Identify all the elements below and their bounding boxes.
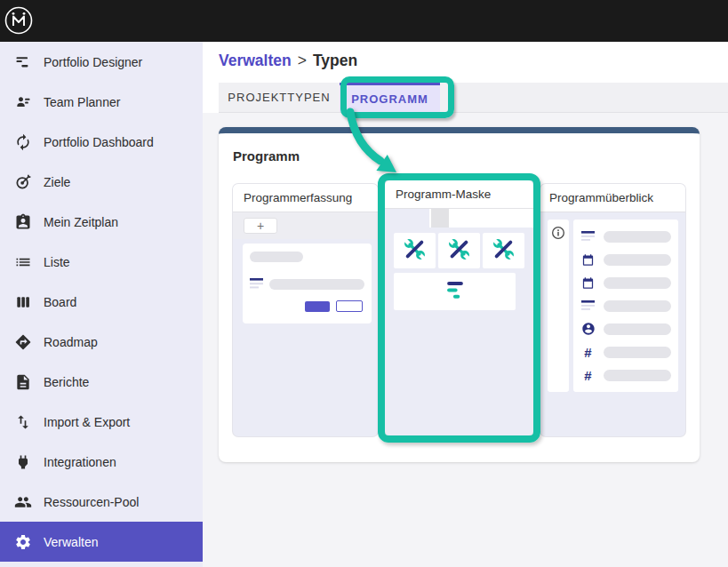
breadcrumb-current: Typen (313, 52, 357, 69)
breadcrumb: Verwalten>Typen (219, 52, 357, 70)
hash-icon: # (580, 368, 596, 383)
mock-secondary-button (336, 300, 363, 312)
type-tabs: PROJEKTTYPEN PROGRAMM (219, 83, 728, 113)
card-programmueberblick[interactable]: Programmüberblick (540, 184, 685, 436)
placeholder-pill (604, 347, 671, 358)
sidebar-item-portfolio-designer[interactable]: Portfolio Designer (0, 42, 203, 82)
sidebar-item-label: Roadmap (44, 335, 98, 349)
placeholder-pill (604, 323, 671, 335)
text-lines-icon (250, 277, 264, 294)
sidebar-item-label: Verwalten (44, 535, 98, 549)
sidebar-item-board[interactable]: Board (0, 282, 203, 322)
roadmap-diamond-icon (14, 333, 32, 351)
card-title: Programm-Maske (385, 180, 533, 209)
sidebar-nav: Portfolio Designer Team Planner Portfoli… (0, 42, 203, 567)
field-row: # (580, 341, 671, 363)
field-row (580, 272, 671, 293)
field-row: # (580, 364, 671, 386)
card-body: # # (540, 212, 685, 435)
field-row (580, 226, 671, 247)
person-circle-icon (580, 322, 596, 336)
mock-toolbar: + (233, 212, 378, 239)
plug-icon (14, 453, 32, 471)
sidebar-item-mein-zeitplan[interactable]: Mein Zeitplan (0, 202, 203, 242)
card-title: Programmüberblick (540, 184, 685, 212)
card-programmerfassung[interactable]: Programmerfassung + (233, 184, 378, 436)
sidebar-item-integrationen[interactable]: Integrationen (0, 442, 203, 482)
add-button[interactable]: + (244, 218, 277, 234)
wrench-tools-icon (447, 237, 471, 265)
field-list: # # (573, 220, 678, 392)
calendar-icon (580, 276, 596, 290)
text-lines-icon (580, 230, 596, 243)
mock-tab-strip (385, 209, 533, 228)
sidebar-item-label: Portfolio Designer (44, 55, 142, 69)
field-tile (438, 233, 480, 268)
placeholder-pill (269, 279, 364, 290)
mock-strip-tab (431, 209, 449, 228)
tab-programm[interactable]: PROGRAMM (340, 83, 440, 112)
calendar-icon (580, 253, 596, 267)
sidebar-item-ziele[interactable]: Ziele (0, 162, 203, 202)
sort-bars-icon (444, 280, 467, 304)
board-columns-icon (14, 293, 32, 311)
sidebar-item-label: Ressourcen-Pool (44, 495, 139, 509)
wrench-tools-icon (403, 237, 427, 265)
mock-primary-button (305, 301, 330, 312)
top-app-bar (0, 0, 728, 42)
sidebar-item-label: Ziele (44, 175, 70, 189)
sidebar-item-import-export[interactable]: Import & Export (0, 402, 203, 442)
hash-icon: # (580, 345, 596, 360)
sidebar-item-roadmap[interactable]: Roadmap (0, 322, 203, 362)
card-body (233, 239, 378, 435)
breadcrumb-parent-link[interactable]: Verwalten (219, 52, 292, 69)
meisterplan-logo-icon[interactable] (4, 5, 34, 39)
placeholder-pill (604, 370, 671, 381)
sidebar-item-label: Team Planner (44, 95, 120, 109)
mock-form (243, 244, 372, 323)
tab-projekttypen[interactable]: PROJEKTTYPEN (219, 83, 340, 112)
gear-icon (14, 533, 32, 551)
team-planner-icon (14, 93, 32, 111)
sidebar-item-berichte[interactable]: Berichte (0, 362, 203, 402)
placeholder-pill (604, 254, 671, 266)
breadcrumb-separator: > (292, 52, 313, 69)
sidebar-item-label: Mein Zeitplan (44, 215, 118, 229)
sidebar-item-label: Portfolio Dashboard (44, 135, 154, 149)
portfolio-designer-icon (14, 53, 32, 71)
card-programm-maske[interactable]: Programm-Maske (385, 180, 533, 435)
field-tile (394, 233, 436, 268)
sidebar-item-ressourcen-pool[interactable]: Ressourcen-Pool (0, 482, 203, 522)
people-group-icon (14, 493, 32, 511)
field-tile (483, 233, 524, 268)
sidebar-item-team-planner[interactable]: Team Planner (0, 82, 203, 122)
sidebar-item-portfolio-dashboard[interactable]: Portfolio Dashboard (0, 122, 203, 162)
sidebar-item-label: Berichte (44, 375, 89, 389)
mock-strip-segment (385, 209, 429, 228)
field-row (580, 295, 671, 316)
text-lines-icon (580, 299, 596, 312)
sidebar-item-label: Board (44, 295, 76, 309)
info-icon (551, 228, 565, 243)
placeholder-pill (604, 277, 671, 289)
placeholder-pill (604, 231, 671, 243)
schedule-badge-icon (14, 213, 32, 231)
info-column (548, 220, 569, 392)
field-row (580, 318, 671, 339)
wrench-tools-icon (492, 237, 516, 265)
sidebar-item-verwalten[interactable]: Verwalten (0, 522, 203, 562)
list-icon (14, 253, 32, 271)
sidebar-item-label: Integrationen (44, 455, 116, 469)
sidebar-item-liste[interactable]: Liste (0, 242, 203, 282)
refresh-circle-icon (14, 133, 32, 151)
card-body (385, 228, 533, 435)
goal-target-icon (14, 173, 32, 191)
import-export-icon (14, 413, 32, 431)
panel-title: Programm (233, 148, 300, 164)
placeholder-pill (250, 252, 303, 262)
field-row (580, 249, 671, 270)
report-document-icon (14, 373, 32, 391)
sidebar-item-label: Liste (44, 255, 70, 269)
sidebar-item-label: Import & Export (44, 415, 130, 429)
sort-fields-tile (394, 273, 516, 310)
